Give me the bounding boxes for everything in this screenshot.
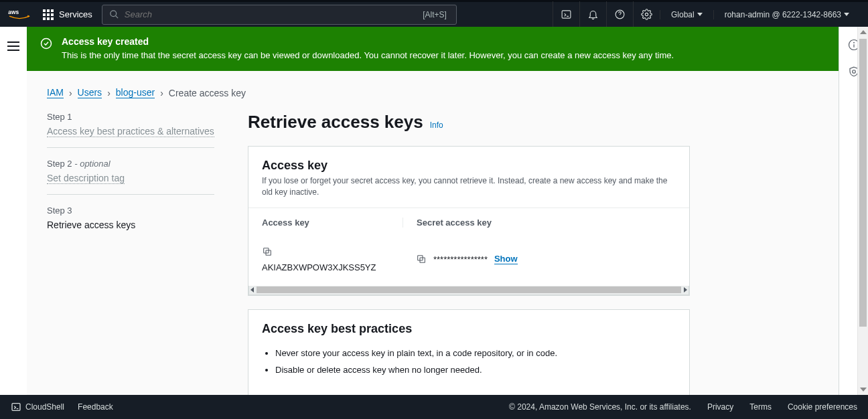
main-shell: Access key created This is the only time… bbox=[0, 27, 868, 395]
search-box[interactable]: [Alt+S] bbox=[102, 5, 457, 25]
notifications-icon[interactable] bbox=[579, 1, 606, 28]
account-menu[interactable]: rohan-admin @ 6222-1342-8663 bbox=[713, 10, 860, 19]
svg-point-14 bbox=[852, 70, 855, 74]
cloudshell-button[interactable]: CloudShell bbox=[11, 402, 64, 412]
panel-title: Access key bbox=[262, 159, 676, 173]
copyright: © 2024, Amazon Web Services, Inc. or its… bbox=[509, 402, 691, 412]
list-item: Never store your access key in plain tex… bbox=[275, 348, 676, 358]
step-1-link[interactable]: Access key best practices & alternatives bbox=[47, 126, 214, 137]
best-practices-list: Never store your access key in plain tex… bbox=[248, 348, 689, 395]
alert-message: This is the only time that the secret ac… bbox=[62, 50, 674, 62]
panel-desc: If you lose or forget your secret access… bbox=[262, 175, 676, 198]
secret-key-masked: **************** bbox=[433, 254, 488, 264]
copy-icon[interactable] bbox=[262, 246, 273, 257]
scroll-right-icon[interactable] bbox=[684, 287, 687, 292]
breadcrumb-user[interactable]: blog-user bbox=[116, 87, 155, 98]
key-header-row: Access key Secret access key bbox=[248, 207, 689, 237]
terms-link[interactable]: Terms bbox=[749, 402, 772, 412]
grid-icon bbox=[43, 9, 54, 20]
search-input[interactable] bbox=[125, 9, 423, 19]
alert-title: Access key created bbox=[62, 36, 674, 47]
step-2: Step 2 - optional Set description tag bbox=[47, 159, 214, 195]
breadcrumb-current: Create access key bbox=[169, 88, 246, 98]
breadcrumb-users[interactable]: Users bbox=[78, 87, 102, 98]
svg-line-2 bbox=[115, 15, 118, 18]
top-icons bbox=[553, 1, 660, 28]
page-main: Retrieve access keys Info Access key If … bbox=[248, 112, 690, 395]
key-value-row: AKIAZBXWPOW3XJKSS5YZ **************** Sh… bbox=[248, 237, 689, 286]
step-number: Step 1 bbox=[47, 112, 214, 122]
svg-point-5 bbox=[645, 13, 648, 15]
chevron-right-icon: › bbox=[107, 88, 111, 98]
vertical-scrollbar[interactable] bbox=[857, 27, 868, 395]
step-3-label: Retrieve access keys bbox=[47, 220, 214, 230]
feedback-link[interactable]: Feedback bbox=[78, 402, 113, 412]
side-collapse bbox=[0, 27, 27, 395]
col-secret-key: Secret access key bbox=[403, 218, 676, 228]
privacy-link[interactable]: Privacy bbox=[707, 402, 733, 412]
scroll-up-icon[interactable] bbox=[858, 27, 868, 37]
settings-icon[interactable] bbox=[633, 1, 660, 28]
wizard-steps: Step 1 Access key best practices & alter… bbox=[47, 112, 214, 252]
copy-icon[interactable] bbox=[416, 254, 427, 264]
footer: CloudShell Feedback © 2024, Amazon Web S… bbox=[0, 395, 868, 419]
services-label: Services bbox=[59, 9, 92, 19]
step-2-link[interactable]: Set description tag bbox=[47, 173, 125, 184]
help-icon[interactable] bbox=[606, 1, 633, 28]
svg-rect-15 bbox=[12, 404, 20, 411]
top-nav: aws Services [Alt+S] Global rohan-admin … bbox=[0, 0, 868, 27]
horizontal-scrollbar[interactable] bbox=[248, 286, 689, 295]
access-key-value: AKIAZBXWPOW3XJKSS5YZ bbox=[262, 262, 403, 272]
panel-title: Access key best practices bbox=[262, 322, 676, 336]
search-shortcut: [Alt+S] bbox=[423, 10, 447, 19]
list-item: Disable or delete access key when no lon… bbox=[275, 365, 676, 375]
success-alert: Access key created This is the only time… bbox=[27, 27, 839, 71]
cookie-link[interactable]: Cookie preferences bbox=[788, 402, 857, 412]
chevron-right-icon: › bbox=[69, 88, 72, 98]
page-title: Retrieve access keys Info bbox=[248, 112, 690, 133]
scroll-thumb[interactable] bbox=[257, 286, 681, 293]
svg-point-13 bbox=[853, 42, 854, 43]
chevron-right-icon: › bbox=[160, 88, 163, 98]
region-selector[interactable]: Global bbox=[660, 10, 713, 19]
scroll-down-icon[interactable] bbox=[858, 384, 868, 395]
svg-point-6 bbox=[42, 39, 52, 49]
scroll-left-icon[interactable] bbox=[250, 287, 254, 292]
svg-text:aws: aws bbox=[8, 8, 19, 15]
svg-point-1 bbox=[111, 11, 117, 17]
svg-rect-3 bbox=[562, 11, 571, 18]
access-key-panel: Access key If you lose or forget your se… bbox=[248, 146, 690, 296]
aws-logo[interactable]: aws bbox=[8, 8, 31, 21]
step-number: Step 2 - optional bbox=[47, 159, 214, 169]
chevron-down-icon bbox=[697, 13, 703, 16]
breadcrumb-iam[interactable]: IAM bbox=[47, 87, 64, 98]
step-3: Step 3 Retrieve access keys bbox=[47, 205, 214, 241]
step-number: Step 3 bbox=[47, 205, 214, 216]
content-area: IAM › Users › blog-user › Create access … bbox=[27, 71, 839, 395]
check-circle-icon bbox=[40, 37, 54, 52]
services-menu[interactable]: Services bbox=[43, 9, 92, 20]
best-practices-panel: Access key best practices Never store yo… bbox=[248, 309, 690, 395]
scroll-thumb[interactable] bbox=[859, 39, 867, 327]
main-column: Access key created This is the only time… bbox=[27, 27, 839, 395]
search-icon bbox=[109, 9, 119, 19]
show-secret-link[interactable]: Show bbox=[494, 254, 518, 264]
hamburger-icon[interactable] bbox=[7, 39, 19, 54]
chevron-down-icon bbox=[844, 13, 849, 16]
cloudshell-icon[interactable] bbox=[553, 1, 579, 28]
step-1: Step 1 Access key best practices & alter… bbox=[47, 112, 214, 148]
col-access-key: Access key bbox=[262, 218, 403, 228]
breadcrumb: IAM › Users › blog-user › Create access … bbox=[47, 87, 818, 98]
info-link[interactable]: Info bbox=[430, 120, 443, 130]
